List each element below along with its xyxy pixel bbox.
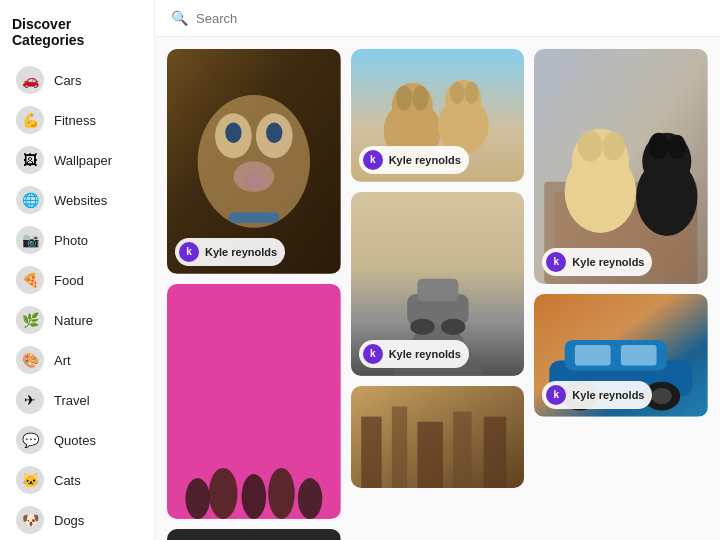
sidebar-item-travel[interactable]: ✈ Travel	[4, 380, 150, 420]
card-black-car[interactable]	[167, 529, 341, 540]
sidebar-item-art[interactable]: 🎨 Art	[4, 340, 150, 380]
card-two-dogs[interactable]: k Kyle reynolds	[351, 49, 525, 182]
author-name: Kyle reynolds	[389, 348, 461, 360]
image-grid: k Kyle reynolds	[155, 37, 720, 540]
avatar: k	[546, 252, 566, 272]
sidebar-item-label: Photo	[54, 233, 88, 248]
svg-point-10	[185, 478, 210, 519]
sidebar-item-food[interactable]: 🍕 Food	[4, 260, 150, 300]
sidebar-item-cats[interactable]: 🐱 Cats	[4, 460, 150, 500]
author-name: Kyle reynolds	[205, 246, 277, 258]
card-author-car-road: k Kyle reynolds	[359, 340, 469, 368]
svg-rect-15	[167, 529, 341, 540]
search-bar: 🔍	[155, 0, 720, 37]
svg-point-26	[450, 82, 464, 104]
svg-point-12	[242, 474, 267, 519]
author-name: Kyle reynolds	[572, 389, 644, 401]
sidebar-title: Discover Categories	[0, 16, 154, 60]
svg-rect-54	[621, 345, 657, 365]
card-car-road[interactable]: k Kyle reynolds	[351, 192, 525, 376]
author-name: Kyle reynolds	[572, 256, 644, 268]
photo-icon: 📷	[16, 226, 44, 254]
quotes-icon: 💬	[16, 426, 44, 454]
wallpaper-icon: 🖼	[16, 146, 44, 174]
sidebar-item-label: Art	[54, 353, 71, 368]
nature-icon: 🌿	[16, 306, 44, 334]
cars-icon: 🚗	[16, 66, 44, 94]
sidebar-item-label: Travel	[54, 393, 90, 408]
svg-rect-8	[228, 212, 279, 222]
art-icon: 🎨	[16, 346, 44, 374]
card-author-three-dogs: k Kyle reynolds	[542, 248, 652, 276]
svg-point-14	[298, 478, 323, 519]
sidebar-item-websites[interactable]: 🌐 Websites	[4, 180, 150, 220]
sidebar-item-cars[interactable]: 🚗 Cars	[4, 60, 150, 100]
svg-point-24	[396, 86, 412, 111]
svg-point-44	[578, 131, 603, 162]
fitness-icon: 💪	[16, 106, 44, 134]
sidebar-item-label: Food	[54, 273, 84, 288]
svg-point-48	[649, 133, 669, 160]
sidebar-item-label: Fitness	[54, 113, 96, 128]
food-icon: 🍕	[16, 266, 44, 294]
card-author-blue-car: k Kyle reynolds	[542, 381, 652, 409]
svg-point-45	[603, 132, 625, 161]
svg-rect-37	[453, 411, 471, 488]
card-blue-car[interactable]: k Kyle reynolds	[534, 294, 708, 417]
sidebar-item-wallpaper[interactable]: 🖼 Wallpaper	[4, 140, 150, 180]
grid-column-2: k Kyle reynolds	[351, 49, 525, 528]
avatar: k	[363, 150, 383, 170]
sidebar-item-label: Websites	[54, 193, 107, 208]
sidebar-item-nature[interactable]: 🌿 Nature	[4, 300, 150, 340]
travel-icon: ✈	[16, 386, 44, 414]
websites-icon: 🌐	[16, 186, 44, 214]
sidebar-item-quotes[interactable]: 💬 Quotes	[4, 420, 150, 460]
svg-point-49	[668, 135, 686, 160]
main-content: 🔍	[155, 0, 720, 540]
sidebar-item-dogs[interactable]: 🐶 Dogs	[4, 500, 150, 540]
avatar: k	[546, 385, 566, 405]
card-three-dogs[interactable]: k Kyle reynolds	[534, 49, 708, 284]
avatar: k	[179, 242, 199, 262]
card-author-two-dogs: k Kyle reynolds	[359, 146, 469, 174]
card-ruins[interactable]	[351, 386, 525, 488]
sidebar-item-photo[interactable]: 📷 Photo	[4, 220, 150, 260]
sidebar: Discover Categories 🚗 Cars 💪 Fitness 🖼 W…	[0, 0, 155, 540]
svg-point-32	[441, 318, 466, 334]
sidebar-item-label: Nature	[54, 313, 93, 328]
sidebar-item-label: Cars	[54, 73, 81, 88]
cats-icon: 🐱	[16, 466, 44, 494]
svg-point-27	[464, 82, 478, 104]
sidebar-item-fitness[interactable]: 💪 Fitness	[4, 100, 150, 140]
author-name: Kyle reynolds	[389, 154, 461, 166]
svg-point-5	[266, 123, 282, 143]
sidebar-item-label: Dogs	[54, 513, 84, 528]
grid-column-3: k Kyle reynolds	[534, 49, 708, 528]
sidebar-item-label: Cats	[54, 473, 81, 488]
sidebar-item-label: Wallpaper	[54, 153, 112, 168]
card-author-husky: k Kyle reynolds	[175, 238, 285, 266]
grid-column-1: k Kyle reynolds	[167, 49, 341, 528]
svg-point-7	[244, 173, 264, 187]
svg-point-58	[652, 388, 672, 404]
avatar: k	[363, 344, 383, 364]
svg-rect-38	[483, 416, 505, 488]
card-husky[interactable]: k Kyle reynolds	[167, 49, 341, 274]
dogs-icon: 🐶	[16, 506, 44, 534]
card-pink[interactable]	[167, 284, 341, 519]
svg-point-25	[412, 86, 428, 111]
svg-point-4	[225, 123, 241, 143]
svg-rect-34	[361, 416, 381, 488]
svg-rect-36	[417, 421, 443, 487]
svg-point-31	[410, 318, 435, 334]
svg-rect-35	[392, 406, 407, 488]
svg-point-13	[268, 468, 295, 519]
search-input[interactable]	[196, 11, 704, 26]
search-icon: 🔍	[171, 10, 188, 26]
svg-point-11	[209, 468, 238, 519]
svg-rect-30	[417, 279, 458, 301]
sidebar-item-label: Quotes	[54, 433, 96, 448]
svg-rect-53	[575, 345, 611, 365]
